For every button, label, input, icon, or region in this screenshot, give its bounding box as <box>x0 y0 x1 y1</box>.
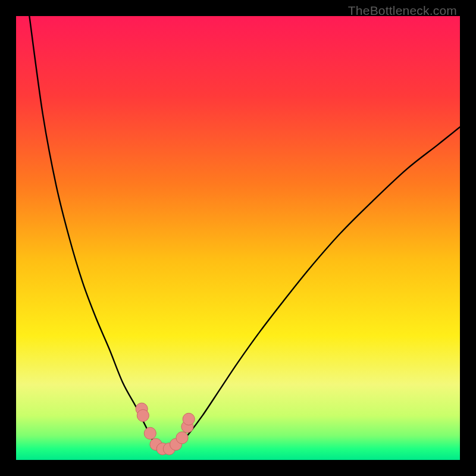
outer-frame: TheBottleneck.com <box>0 0 476 476</box>
watermark-text: TheBottleneck.com <box>348 4 457 18</box>
plot-area <box>16 16 460 460</box>
curve-marker <box>144 427 156 439</box>
bottleneck-curve <box>29 16 460 449</box>
chart-svg <box>16 16 460 460</box>
curve-marker <box>183 413 195 425</box>
curve-markers <box>136 403 195 455</box>
curve-marker <box>176 432 188 444</box>
curve-marker <box>137 409 149 421</box>
